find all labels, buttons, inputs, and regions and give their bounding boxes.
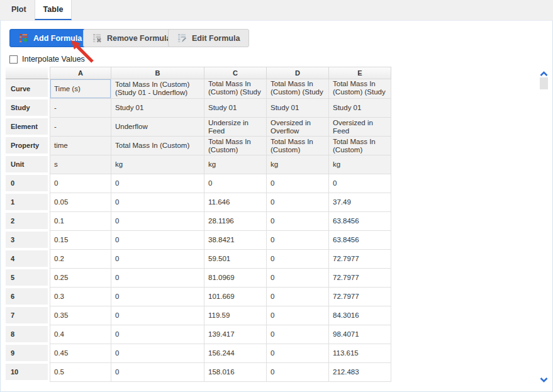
table-cell[interactable]: 0 xyxy=(267,174,329,193)
table-cell[interactable]: 0.1 xyxy=(50,212,111,231)
table-cell[interactable]: Total Mass In (Custom) (Study ... xyxy=(267,79,329,99)
row-header[interactable]: Study xyxy=(6,99,50,118)
table-cell[interactable]: - xyxy=(50,99,111,118)
table-cell[interactable]: 11.646 xyxy=(204,193,267,212)
table-cell[interactable]: 0.2 xyxy=(50,250,111,269)
table-cell[interactable]: Time (s) xyxy=(50,79,111,99)
table-cell[interactable]: 0 xyxy=(267,344,329,363)
table-cell[interactable]: kg xyxy=(329,155,391,174)
tab-table[interactable]: Table xyxy=(35,0,72,20)
table-cell[interactable]: kg xyxy=(111,155,204,174)
table-cell[interactable]: 72.7977 xyxy=(329,250,391,269)
table-cell[interactable]: 0 xyxy=(111,250,204,269)
row-header[interactable]: Property xyxy=(6,137,50,155)
row-header[interactable]: 5 xyxy=(6,269,50,288)
table-cell[interactable]: 0.5 xyxy=(50,363,111,382)
table-cell[interactable]: 0 xyxy=(111,193,204,212)
table-cell[interactable]: Total Mass In (Custom) (Study ... xyxy=(204,79,267,99)
row-header[interactable]: 7 xyxy=(6,306,50,325)
table-cell[interactable]: 0 xyxy=(267,363,329,382)
table-cell[interactable]: 158.016 xyxy=(204,363,267,382)
table-cell[interactable]: kg xyxy=(267,155,329,174)
row-header[interactable]: Unit xyxy=(6,155,50,174)
add-formula-button[interactable]: Add Formula xyxy=(9,29,91,47)
scroll-down-icon[interactable] xyxy=(540,374,548,385)
row-header[interactable]: 1 xyxy=(6,193,50,212)
table-cell[interactable]: 72.7977 xyxy=(329,288,391,306)
table-cell[interactable]: 81.0969 xyxy=(204,269,267,288)
table-cell[interactable]: 0 xyxy=(267,212,329,231)
table-cell[interactable]: 0 xyxy=(111,344,204,363)
table-cell[interactable]: 63.8456 xyxy=(329,231,391,250)
table-cell[interactable]: Oversized in Overflow xyxy=(267,118,329,137)
table-cell[interactable]: s xyxy=(50,155,111,174)
row-header[interactable]: 8 xyxy=(6,325,50,344)
table-cell[interactable]: 63.8456 xyxy=(329,212,391,231)
table-cell[interactable]: 113.615 xyxy=(329,344,391,363)
table-cell[interactable]: Undersize in Feed xyxy=(204,118,267,137)
table-cell[interactable]: 0 xyxy=(204,174,267,193)
interpolate-values-checkbox[interactable] xyxy=(9,55,18,64)
table-cell[interactable]: Study 01 xyxy=(111,99,204,118)
table-cell[interactable]: 0 xyxy=(111,212,204,231)
table-cell[interactable]: 0.05 xyxy=(50,193,111,212)
table-cell[interactable]: 72.7977 xyxy=(329,269,391,288)
row-header[interactable]: 4 xyxy=(6,250,50,269)
table-cell[interactable]: 0 xyxy=(267,193,329,212)
remove-formula-button[interactable]: Remove Formula xyxy=(83,29,180,47)
table-cell[interactable]: 0 xyxy=(267,288,329,306)
table-cell[interactable]: 0 xyxy=(329,174,391,193)
table-cell[interactable]: 0.15 xyxy=(50,231,111,250)
table-cell[interactable]: 38.8421 xyxy=(204,231,267,250)
table-cell[interactable]: 119.59 xyxy=(204,306,267,325)
row-header[interactable]: Curve xyxy=(6,79,50,99)
table-cell[interactable]: 0 xyxy=(267,231,329,250)
table-cell[interactable]: Underflow xyxy=(111,118,204,137)
column-header-B[interactable]: B xyxy=(111,67,204,79)
table-cell[interactable]: 28.1196 xyxy=(204,212,267,231)
row-header[interactable]: 3 xyxy=(6,231,50,250)
table-cell[interactable]: - xyxy=(50,118,111,137)
table-cell[interactable]: 156.244 xyxy=(204,344,267,363)
table-cell[interactable]: Total Mass In (Custom) (Study ... xyxy=(329,79,391,99)
table-cell[interactable]: 0 xyxy=(111,174,204,193)
table-cell[interactable]: 0 xyxy=(267,306,329,325)
table-cell[interactable]: 0.25 xyxy=(50,269,111,288)
table-cell[interactable]: 84.3016 xyxy=(329,306,391,325)
table-cell[interactable]: 0 xyxy=(111,269,204,288)
table-cell[interactable]: Oversized in Feed xyxy=(329,118,391,137)
row-header[interactable]: 0 xyxy=(6,174,50,193)
table-cell[interactable]: 0 xyxy=(267,250,329,269)
column-header-A[interactable]: A xyxy=(50,67,111,79)
table-cell[interactable]: 0.3 xyxy=(50,288,111,306)
column-header-E[interactable]: E xyxy=(329,67,391,79)
table-cell[interactable]: 0 xyxy=(111,325,204,344)
table-cell[interactable]: 0.45 xyxy=(50,344,111,363)
table-cell[interactable]: 0.4 xyxy=(50,325,111,344)
table-cell[interactable]: 0 xyxy=(111,306,204,325)
table-cell[interactable]: 0 xyxy=(50,174,111,193)
table-cell[interactable]: Study 01 xyxy=(204,99,267,118)
table-cell[interactable]: 0 xyxy=(111,231,204,250)
table-cell[interactable]: 212.483 xyxy=(329,363,391,382)
table-cell[interactable]: Total Mass In (Custom) (Study 01 - Under… xyxy=(111,79,204,99)
table-cell[interactable]: 0 xyxy=(267,269,329,288)
row-header[interactable]: 2 xyxy=(6,212,50,231)
edit-formula-button[interactable]: Edit Formula xyxy=(168,29,249,47)
table-cell[interactable]: 139.417 xyxy=(204,325,267,344)
row-header[interactable]: 6 xyxy=(6,288,50,306)
table-cell[interactable]: Total Mass In (Custom) xyxy=(204,137,267,155)
table-cell[interactable]: 0 xyxy=(267,325,329,344)
row-header[interactable]: 10 xyxy=(6,363,50,382)
row-header[interactable]: Element xyxy=(6,118,50,137)
table-cell[interactable]: Total Mass In (Custom) xyxy=(111,137,204,155)
column-header-C[interactable]: C xyxy=(204,67,267,79)
tab-plot[interactable]: Plot xyxy=(3,0,35,20)
table-cell[interactable]: Study 01 xyxy=(267,99,329,118)
table-cell[interactable]: Total Mass In (Custom) xyxy=(329,137,391,155)
table-cell[interactable]: 37.49 xyxy=(329,193,391,212)
table-cell[interactable]: 0.35 xyxy=(50,306,111,325)
scrollbar-thumb[interactable] xyxy=(540,77,548,89)
table-cell[interactable]: 98.4071 xyxy=(329,325,391,344)
column-header-D[interactable]: D xyxy=(267,67,329,79)
